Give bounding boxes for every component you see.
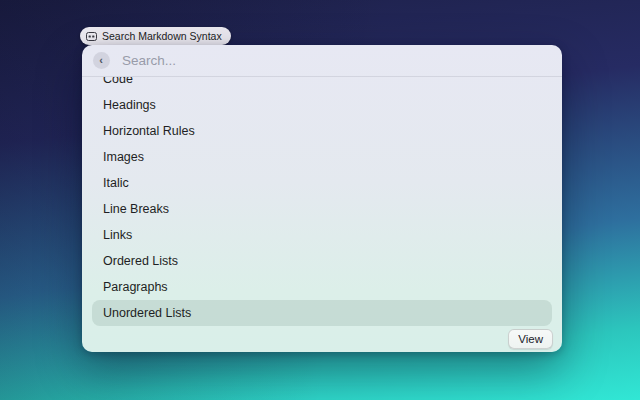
- list-item-label: Paragraphs: [103, 280, 168, 294]
- launcher-pill-label: Search Markdown Syntax: [102, 30, 222, 42]
- command-key-icon: [86, 32, 97, 41]
- back-button[interactable]: ‹: [93, 52, 110, 69]
- action-bar: View: [82, 326, 562, 352]
- list-item[interactable]: Links: [92, 222, 552, 248]
- list-item-label: Line Breaks: [103, 202, 169, 216]
- list-item-label: Headings: [103, 98, 156, 112]
- list-item-label: Ordered Lists: [103, 254, 178, 268]
- list-item[interactable]: Ordered Lists: [92, 248, 552, 274]
- list-item-label: Links: [103, 228, 132, 242]
- list-item[interactable]: Unordered Lists: [92, 300, 552, 326]
- syntax-list: Code Headings Horizontal Rules Images It…: [82, 77, 562, 326]
- list-item-label: Images: [103, 150, 144, 164]
- list-item[interactable]: Italic: [92, 170, 552, 196]
- search-input[interactable]: [122, 53, 550, 68]
- list-item-label: Horizontal Rules: [103, 124, 195, 138]
- list-item-label: Italic: [103, 176, 129, 190]
- desktop-background: { "background": { "gradient_top": "#1d20…: [0, 0, 640, 400]
- list-item[interactable]: Images: [92, 144, 552, 170]
- list-item[interactable]: Headings: [92, 92, 552, 118]
- search-bar: ‹: [82, 45, 562, 77]
- list-item[interactable]: Code: [92, 77, 552, 92]
- search-palette-window: ‹ Code Headings Horizontal Rules Images …: [82, 45, 562, 352]
- chevron-left-icon: ‹: [99, 55, 103, 66]
- view-button[interactable]: View: [508, 329, 553, 349]
- list-item[interactable]: Paragraphs: [92, 274, 552, 300]
- list-item-label: Code: [103, 77, 133, 86]
- list-item-label: Unordered Lists: [103, 306, 191, 320]
- launcher-pill[interactable]: Search Markdown Syntax: [80, 27, 231, 45]
- list-item[interactable]: Line Breaks: [92, 196, 552, 222]
- list-item[interactable]: Horizontal Rules: [92, 118, 552, 144]
